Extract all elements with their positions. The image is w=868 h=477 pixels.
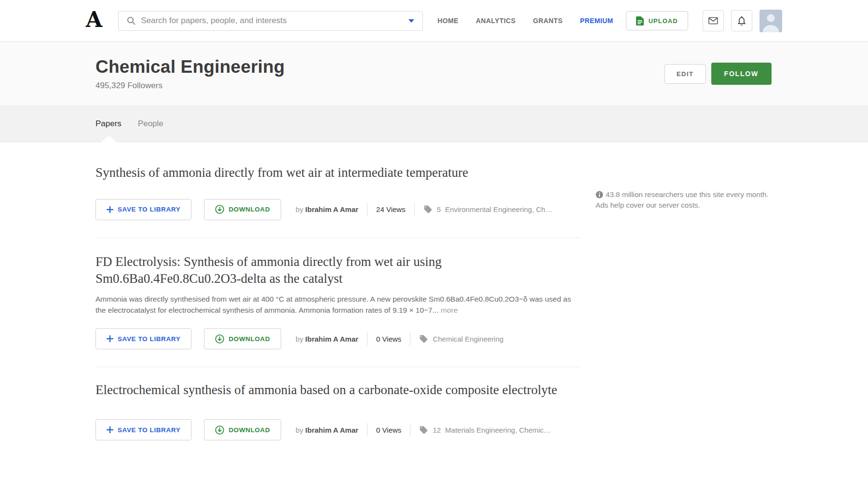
- save-label: SAVE TO LIBRARY: [118, 335, 180, 343]
- search-bar[interactable]: [118, 11, 423, 31]
- download-button[interactable]: DOWNLOAD: [204, 328, 281, 349]
- person-icon: [760, 10, 782, 32]
- paper-title-link[interactable]: FD Electrolysis: Synthesis of ammonia di…: [95, 253, 581, 288]
- nav-premium[interactable]: PREMIUM: [580, 17, 613, 25]
- notifications-button[interactable]: [731, 10, 752, 31]
- download-label: DOWNLOAD: [229, 335, 270, 343]
- paper-abstract: Ammonia was directly synthesised from we…: [95, 293, 581, 316]
- download-label: DOWNLOAD: [229, 206, 270, 213]
- academia-logo[interactable]: A: [86, 9, 102, 30]
- divider: [95, 238, 581, 238]
- paper-tags-link[interactable]: Materials Engineering, Chemic…: [445, 426, 551, 434]
- user-avatar[interactable]: [760, 10, 782, 32]
- save-label: SAVE TO LIBRARY: [118, 426, 180, 434]
- download-icon: [215, 205, 224, 214]
- edit-button[interactable]: EDIT: [665, 64, 706, 84]
- views-count: 24 Views: [376, 205, 406, 213]
- by-label: by: [296, 426, 303, 434]
- caret-down-icon[interactable]: [408, 19, 415, 23]
- save-to-library-button[interactable]: SAVE TO LIBRARY: [95, 419, 191, 440]
- upload-button[interactable]: UPLOAD: [626, 11, 688, 30]
- ad-info-sidebar: 43.8 million researchers use this site e…: [596, 189, 772, 211]
- tab-bar: Papers People: [0, 106, 868, 142]
- byline: by Ibrahim A Amar: [296, 335, 358, 343]
- paper-entry: Synthesis of ammonia directly from wet a…: [95, 164, 581, 238]
- by-label: by: [296, 205, 303, 213]
- nav-analytics[interactable]: ANALYTICS: [476, 17, 515, 25]
- tag-icon: [423, 205, 433, 214]
- tags-group: 5 Environmental Engineering, Ch…: [423, 205, 553, 214]
- top-navigation-bar: A HOME ANALYTICS GRANTS PREMIUM UPLOAD: [0, 0, 868, 42]
- header-icon-cluster: [703, 10, 782, 32]
- topic-header: Chemical Engineering 495,329 Followers E…: [0, 42, 868, 106]
- author-link[interactable]: Ibrahim A Amar: [305, 205, 358, 213]
- upload-document-icon: [636, 16, 644, 26]
- tag-count: 5: [437, 205, 441, 213]
- follow-button[interactable]: FOLLOW: [711, 63, 772, 85]
- views-count: 0 Views: [376, 426, 401, 434]
- more-link[interactable]: more: [441, 306, 458, 314]
- tab-papers[interactable]: Papers: [95, 119, 122, 129]
- download-label: DOWNLOAD: [229, 426, 270, 434]
- info-icon: [596, 191, 603, 199]
- save-to-library-button[interactable]: SAVE TO LIBRARY: [95, 328, 191, 349]
- byline: by Ibrahim A Amar: [296, 426, 358, 434]
- paper-entry: FD Electrolysis: Synthesis of ammonia di…: [95, 253, 581, 368]
- divider: [95, 367, 581, 367]
- save-to-library-button[interactable]: SAVE TO LIBRARY: [95, 199, 191, 220]
- paper-title-link[interactable]: Synthesis of ammonia directly from wet a…: [95, 164, 581, 182]
- plus-icon: [107, 206, 113, 213]
- separator: [410, 332, 410, 345]
- plus-icon: [107, 426, 113, 433]
- by-label: by: [296, 335, 303, 343]
- nav-home[interactable]: HOME: [437, 17, 459, 25]
- primary-nav: HOME ANALYTICS GRANTS PREMIUM: [437, 17, 613, 25]
- download-icon: [215, 334, 224, 344]
- tag-count: 12: [433, 426, 441, 434]
- save-label: SAVE TO LIBRARY: [118, 206, 180, 213]
- paper-title-link[interactable]: Electrochemical synthesis of ammonia bas…: [95, 382, 581, 399]
- tag-icon: [419, 425, 428, 435]
- tags-group: 12 Materials Engineering, Chemic…: [419, 425, 551, 435]
- abstract-text: Ammonia was directly synthesised from we…: [95, 295, 571, 314]
- sidebar-message: 43.8 million researchers use this site e…: [596, 190, 769, 209]
- tags-group: Chemical Engineering: [419, 334, 503, 344]
- download-icon: [215, 425, 224, 435]
- page-title: Chemical Engineering: [95, 57, 285, 77]
- upload-label: UPLOAD: [649, 17, 678, 25]
- paper-tags-link[interactable]: Chemical Engineering: [433, 335, 503, 343]
- tab-people[interactable]: People: [138, 119, 163, 129]
- author-link[interactable]: Ibrahim A Amar: [305, 426, 358, 434]
- download-button[interactable]: DOWNLOAD: [204, 199, 281, 220]
- paper-entry: Electrochemical synthesis of ammonia bas…: [95, 382, 581, 440]
- tag-icon: [419, 334, 428, 344]
- separator: [367, 203, 367, 216]
- byline: by Ibrahim A Amar: [296, 205, 358, 213]
- views-count: 0 Views: [376, 335, 401, 343]
- active-tab-notch: [101, 135, 117, 142]
- separator: [367, 423, 367, 437]
- search-input[interactable]: [141, 16, 408, 26]
- paper-tags-link[interactable]: Environmental Engineering, Ch…: [445, 205, 553, 213]
- messages-button[interactable]: [703, 10, 724, 31]
- mail-icon: [707, 15, 719, 26]
- content-area: Synthesis of ammonia directly from wet a…: [0, 164, 868, 440]
- download-button[interactable]: DOWNLOAD: [204, 419, 281, 440]
- search-icon: [126, 16, 136, 26]
- separator: [414, 203, 415, 216]
- plus-icon: [107, 335, 113, 342]
- separator: [367, 332, 367, 345]
- bell-icon: [736, 15, 747, 26]
- separator: [410, 423, 410, 437]
- followers-count: 495,329 Followers: [95, 81, 285, 91]
- author-link[interactable]: Ibrahim A Amar: [305, 335, 358, 343]
- nav-grants[interactable]: GRANTS: [533, 17, 563, 25]
